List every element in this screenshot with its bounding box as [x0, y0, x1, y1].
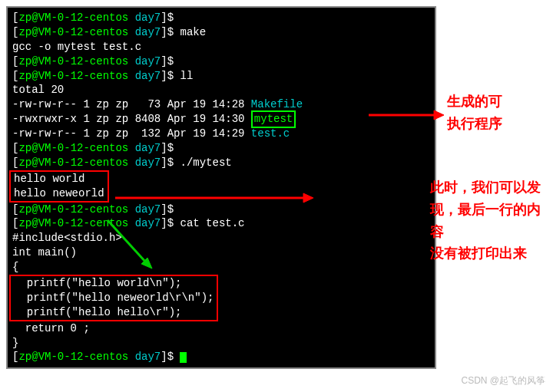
output-hello-world: hello world [14, 173, 84, 185]
svg-line-4 [108, 220, 146, 262]
annotation-executable: 生成的可 执行程序 [447, 91, 502, 135]
output-file-mytest: -rwxrwxr-x 1 zp zp 8408 Apr 19 14:30 myt… [12, 112, 430, 127]
annotation-last-line: 此时，我们可以发 现，最后一行的内容 没有被打印出来 [430, 176, 553, 265]
output-file-makefile: -rw-rw-r-- 1 zp zp 73 Apr 19 14:28 Makef… [12, 97, 430, 112]
cursor-icon [180, 352, 187, 363]
src-printf-1: printf("hello world\n"); [14, 277, 181, 289]
highlight-printf-block: printf("hello world\n"); printf("hello n… [12, 275, 430, 321]
prompt-line-8: [zp@VM-0-12-centos day7]$ cat test.c [12, 216, 430, 231]
output-total: total 20 [12, 83, 430, 97]
prompt-line-5: [zp@VM-0-12-centos day7]$ [12, 141, 430, 156]
output-file-testc: -rw-rw-r-- 1 zp zp 132 Apr 19 14:29 test… [12, 127, 430, 141]
src-return: return 0 ; [12, 321, 430, 336]
src-brace-close: } [12, 336, 430, 351]
arrow-to-mytest-icon [369, 107, 445, 123]
highlight-mytest: mytest [251, 110, 296, 128]
src-brace-open: { [12, 260, 430, 275]
prompt-line-3: [zp@VM-0-12-centos day7]$ [12, 54, 430, 69]
prompt-line-6: [zp@VM-0-12-centos day7]$ ./mytest [12, 156, 430, 170]
output-hello-neweorld: hello neweorld [14, 187, 104, 199]
output-gcc: gcc -o mytest test.c [12, 40, 430, 54]
arrow-to-code-icon [100, 216, 161, 278]
src-main: int main() [12, 245, 430, 260]
src-include: #include<stdio.h> [12, 231, 430, 245]
prompt-line-2: [zp@VM-0-12-centos day7]$ make [12, 25, 430, 40]
svg-marker-1 [434, 110, 444, 120]
arrow-to-output-icon [115, 190, 315, 206]
prompt-line-4: [zp@VM-0-12-centos day7]$ ll [12, 69, 430, 84]
watermark-text: CSDN @起飞的风筝 [461, 374, 545, 387]
src-printf-2: printf("hello neweorld\r\n"); [14, 292, 214, 304]
prompt-line-9: [zp@VM-0-12-centos day7]$ [12, 350, 430, 364]
svg-marker-3 [303, 193, 313, 203]
src-printf-3: printf("hello hello\r"); [14, 306, 181, 318]
terminal-window[interactable]: [zp@VM-0-12-centos day7]$ [zp@VM-0-12-ce… [6, 6, 436, 369]
prompt-line-1: [zp@VM-0-12-centos day7]$ [12, 11, 430, 25]
